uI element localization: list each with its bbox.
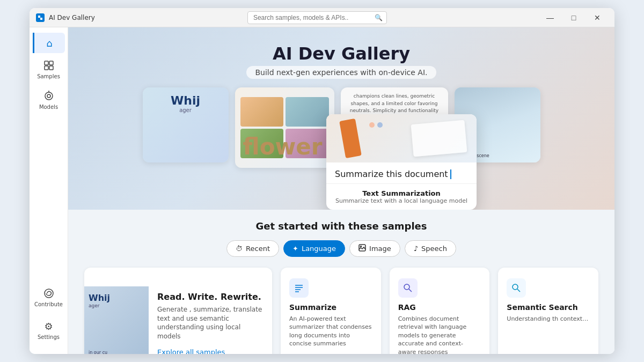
hero-card-sub: ager bbox=[149, 107, 222, 113]
sidebar-item-contribute[interactable]: Contribute bbox=[33, 283, 65, 312]
svg-point-18 bbox=[513, 284, 518, 290]
svg-rect-3 bbox=[49, 61, 53, 65]
svg-rect-4 bbox=[45, 66, 48, 70]
settings-label: Settings bbox=[38, 334, 60, 340]
popup-input-text: Summarize this document bbox=[335, 169, 468, 179]
svg-point-16 bbox=[404, 284, 409, 290]
titlebar: AI Dev Gallery 🔍 — □ ✕ bbox=[30, 8, 614, 27]
main-card-thumb: Whij ager in our cu bbox=[84, 286, 149, 354]
maximize-button[interactable]: □ bbox=[563, 10, 584, 25]
popup-dots bbox=[369, 122, 383, 128]
home-icon: ⌂ bbox=[43, 37, 55, 49]
recent-icon: ⏱ bbox=[236, 245, 243, 253]
sidebar-item-models[interactable]: Models bbox=[33, 86, 65, 114]
rag-card-title: RAG bbox=[398, 303, 481, 312]
svg-line-17 bbox=[409, 289, 412, 292]
main-card-desc: Generate , summarize, translate text and… bbox=[157, 305, 264, 341]
language-label: Language bbox=[302, 245, 336, 253]
filter-tabs: ⏱ Recent ✦ Language Image ♪ bbox=[84, 240, 598, 257]
search-icon: 🔍 bbox=[375, 14, 383, 21]
sidebar: ⌂ Samples bbox=[30, 27, 68, 354]
window-controls: — □ ✕ bbox=[539, 10, 608, 25]
thumb-sub: ager bbox=[89, 303, 99, 308]
hero-card-flower: flower bbox=[235, 87, 334, 168]
rag-card: RAG Combines document retrieval with lan… bbox=[390, 268, 490, 354]
popup-input-area: Summarize this document bbox=[326, 162, 477, 183]
hero-card-left: Whij ager bbox=[143, 87, 229, 162]
samples-icon bbox=[43, 60, 55, 71]
language-icon: ✦ bbox=[292, 245, 298, 253]
suggestion-desc: Summarize text with a local language mod… bbox=[335, 197, 468, 204]
svg-rect-1 bbox=[40, 18, 42, 20]
tab-recent[interactable]: ⏱ Recent bbox=[226, 240, 279, 257]
popup-cursor bbox=[450, 169, 451, 179]
hero-subtitle: Build next-gen experiences with on-devic… bbox=[79, 68, 604, 77]
rag-card-desc: Combines document retrieval with languag… bbox=[398, 315, 481, 354]
summarize-card: Summarize An AI-powered text summarizer … bbox=[281, 268, 381, 354]
semantic-search-title: Semantic Search bbox=[507, 303, 590, 312]
summarize-card-title: Summarize bbox=[289, 303, 372, 312]
summarize-card-desc: An AI-powered text summarizer that conde… bbox=[289, 315, 372, 354]
image-label: Image bbox=[369, 245, 391, 253]
image-icon bbox=[358, 244, 366, 253]
sample-cards: Whij ager in our cu Read. Write. Rewrite… bbox=[84, 268, 598, 354]
bottom-section: Get started with these samples ⏱ Recent … bbox=[68, 210, 614, 354]
contribute-label: Contribute bbox=[34, 301, 63, 307]
search-card-icon bbox=[507, 278, 526, 298]
popup-suggestion[interactable]: Text Summarization Summarize text with a… bbox=[326, 183, 477, 210]
window-title: AI Dev Gallery bbox=[49, 14, 95, 21]
samples-label: Samples bbox=[37, 73, 60, 79]
speech-label: Speech bbox=[421, 245, 447, 253]
main-sample-card: Whij ager in our cu Read. Write. Rewrite… bbox=[84, 268, 272, 354]
rag-card-icon bbox=[398, 278, 418, 298]
close-button[interactable]: ✕ bbox=[587, 10, 608, 25]
main-card-title: Read. Write. Rewrite. bbox=[157, 292, 264, 302]
svg-point-11 bbox=[361, 246, 362, 247]
svg-rect-2 bbox=[45, 61, 48, 65]
svg-rect-0 bbox=[38, 16, 40, 18]
tab-image[interactable]: Image bbox=[349, 240, 400, 257]
hero-cards: Whij ager flower bbox=[79, 87, 604, 168]
summarize-popup: Summarize this document Text Summarizati… bbox=[326, 114, 477, 210]
popup-dot-1 bbox=[369, 122, 375, 128]
main-card-text: Read. Write. Rewrite. Generate , summari… bbox=[149, 283, 272, 354]
popup-top bbox=[326, 114, 477, 162]
tab-language[interactable]: ✦ Language bbox=[283, 240, 345, 257]
search-area: 🔍 bbox=[99, 11, 535, 24]
whij-text: Whij bbox=[149, 94, 222, 107]
suggestion-title: Text Summarization bbox=[335, 189, 468, 197]
popup-dot-2 bbox=[377, 122, 383, 128]
hero-title: AI Dev Gallery bbox=[79, 43, 604, 64]
search-input[interactable] bbox=[247, 11, 387, 24]
app-window: AI Dev Gallery 🔍 — □ ✕ ⌂ bbox=[30, 8, 614, 354]
tab-speech[interactable]: ♪ Speech bbox=[405, 240, 456, 257]
thumb-bottom: in our cu bbox=[89, 350, 107, 354]
thumb-whij: Whij bbox=[89, 293, 110, 303]
svg-point-6 bbox=[47, 94, 50, 98]
content-area: AI Dev Gallery Build next-gen experience… bbox=[68, 27, 614, 354]
recent-label: Recent bbox=[246, 245, 270, 253]
svg-point-7 bbox=[45, 92, 53, 100]
contribute-icon bbox=[43, 287, 55, 299]
sidebar-item-samples[interactable]: Samples bbox=[33, 55, 65, 84]
explore-link[interactable]: Explore all samples bbox=[157, 348, 225, 354]
hero-section: AI Dev Gallery Build next-gen experience… bbox=[68, 27, 614, 210]
get-started-title: Get started with these samples bbox=[84, 220, 598, 232]
semantic-search-card: Semantic Search Understanding th context… bbox=[498, 268, 598, 354]
settings-icon: ⚙ bbox=[43, 320, 55, 332]
summarize-card-icon bbox=[289, 278, 309, 298]
popup-paper bbox=[411, 120, 467, 157]
flower-img-2 bbox=[286, 97, 329, 127]
popup-orange-shape bbox=[339, 119, 362, 158]
flower-text: flower bbox=[243, 134, 323, 160]
sidebar-item-settings[interactable]: ⚙ Settings bbox=[33, 316, 65, 344]
main-layout: ⌂ Samples bbox=[30, 27, 614, 354]
svg-line-19 bbox=[517, 289, 520, 292]
sidebar-item-home[interactable]: ⌂ bbox=[33, 33, 65, 53]
app-icon bbox=[36, 13, 45, 22]
svg-rect-5 bbox=[49, 66, 53, 70]
models-label: Models bbox=[39, 104, 58, 110]
models-icon bbox=[43, 90, 55, 102]
flower-img-1 bbox=[240, 97, 284, 127]
minimize-button[interactable]: — bbox=[539, 10, 561, 25]
